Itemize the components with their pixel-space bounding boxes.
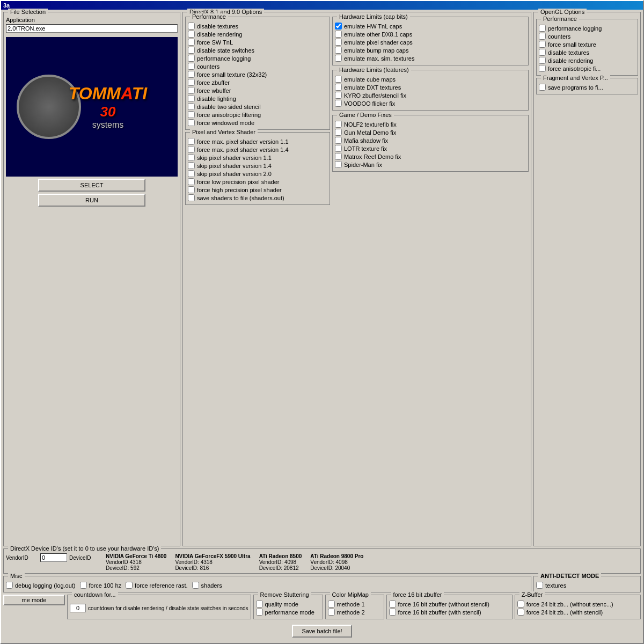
hw-feat-2-checkbox[interactable] [335,92,342,99]
main-content: File Selection Application TOMMATI 30 sy… [1,10,643,643]
perf-item-1-checkbox[interactable] [188,31,195,38]
perf-item-9-checkbox[interactable] [188,95,195,102]
perf-item-5-label: counters [197,63,219,70]
pixel-item-2-checkbox[interactable] [188,154,195,161]
pixel-item-3-checkbox[interactable] [188,162,195,169]
ogl-perf-0-checkbox[interactable] [539,25,546,32]
mipmap-1-label: methode 2 [337,609,365,616]
opengl-perf-items: performance loggingcountersforce small t… [539,25,635,72]
zbuf-l-1-label: force 16 bit zbuffer (with stencil) [398,609,481,616]
ogl-perf-3-label: disable textures [548,49,589,56]
ogl-perf-3-checkbox[interactable] [539,49,546,56]
stutter-1-checkbox[interactable] [256,609,263,616]
game-fix-5-checkbox[interactable] [335,161,342,168]
hw-cap-0-checkbox[interactable] [335,23,342,30]
perf-item-5-checkbox[interactable] [188,63,195,70]
main-window: 3a File Selection Application TOMMATI 30… [0,0,644,644]
ogl-perf-5-checkbox[interactable] [539,65,546,72]
ogl-perf-2-checkbox[interactable] [539,41,546,48]
color-mipmap-label: Color MipMap [330,591,371,598]
run-button[interactable]: RUN [38,194,145,207]
misc-1-checkbox[interactable] [80,582,87,589]
perf-item-8-label: force wbuffer [197,87,231,94]
game-fix-2-checkbox[interactable] [335,137,342,144]
hw-cap-2-checkbox[interactable] [335,39,342,46]
perf-item-0-row: disable textures [188,23,327,30]
perf-item-4-label: performance logging [197,55,251,62]
perf-item-7-checkbox[interactable] [188,79,195,86]
hw-feat-1-checkbox[interactable] [335,84,342,91]
game-fix-3-checkbox[interactable] [335,145,342,152]
mipmap-0-checkbox[interactable] [328,601,335,608]
stutter-0-checkbox[interactable] [256,601,263,608]
anti-0-checkbox[interactable] [536,582,543,589]
pixel-item-3-row: skip pixel shader version 1.4 [188,162,327,169]
color-mipmap-box: Color MipMap methode 1methode 2 [325,595,384,619]
perf-item-2-checkbox[interactable] [188,39,195,46]
zbuf-l-0-checkbox[interactable] [389,601,396,608]
hw-feat-0-row: emulate cube maps [335,76,526,83]
perf-item-11-checkbox[interactable] [188,111,195,118]
game-fix-1-checkbox[interactable] [335,129,342,136]
ogl-perf-1-checkbox[interactable] [539,33,546,40]
perf-item-10-checkbox[interactable] [188,103,195,110]
pixel-shader-items: force max. pixel shader version 1.1force… [188,138,327,201]
pixel-item-5-checkbox[interactable] [188,178,195,185]
save-button[interactable]: Save batch file! [292,625,352,638]
zbuf-l-1-checkbox[interactable] [389,609,396,616]
hw-cap-1-checkbox[interactable] [335,31,342,38]
game-mode-button[interactable]: me mode [3,595,65,605]
save-btn-row: Save batch file! [3,621,641,641]
pixel-item-1-checkbox[interactable] [188,146,195,153]
hw-features-label: Hardware Limits (features) [337,67,411,73]
fragment-label: Fragment and Vertex P... [541,75,610,81]
pixel-item-0-checkbox[interactable] [188,138,195,145]
perf-item-8-checkbox[interactable] [188,87,195,94]
app-input[interactable] [6,24,178,33]
countdown-input[interactable] [70,604,86,612]
misc-3-checkbox[interactable] [192,582,199,589]
perf-item-1-row: disable rendering [188,31,327,38]
hw-cap-3-checkbox[interactable] [335,47,342,54]
perf-item-3-checkbox[interactable] [188,47,195,54]
hw-cap-4-row: emulate max. sim. textures [335,55,526,62]
frag-0-checkbox[interactable] [539,84,546,91]
pixel-item-7-checkbox[interactable] [188,194,195,201]
hw-feat-3-checkbox[interactable] [335,100,342,107]
pixel-item-6-checkbox[interactable] [188,186,195,193]
perf-item-6-row: force small texture (32x32) [188,71,327,78]
misc-0-checkbox[interactable] [6,582,13,589]
hw-cap-4-checkbox[interactable] [335,55,342,62]
perf-item-6-checkbox[interactable] [188,71,195,78]
zbuf-1-checkbox[interactable] [517,609,524,616]
countdown-section-label: countdown for... [72,591,118,598]
zbuffer-items: force 24 bit zb... (without stenc...)for… [517,601,638,616]
game-fix-1-row: Gun Metal Demo fix [335,129,526,136]
perf-item-12-checkbox[interactable] [188,119,195,126]
perf-item-4-checkbox[interactable] [188,55,195,62]
stutter-items: quality modeperformance mode [256,601,320,616]
ogl-perf-1-label: counters [548,33,570,40]
game-fix-4-checkbox[interactable] [335,153,342,160]
misc-2-checkbox[interactable] [126,582,133,589]
game-fix-4-row: Matrox Reef Demo fix [335,153,526,160]
misc-section: Misc debug logging (log.out)force 100 hz… [3,576,531,592]
mipmap-1-checkbox[interactable] [328,609,335,616]
hw-feat-2-row: KYRO zbuffer/stencil fix [335,92,526,99]
game-fix-0-checkbox[interactable] [335,121,342,128]
performance-box: Performance disable texturesdisable rend… [185,17,330,130]
pixel-shader-label: Pixel and Vertex Shader [190,129,258,135]
vendor-id-input[interactable] [40,553,67,562]
perf-item-0-checkbox[interactable] [188,23,195,30]
file-section-label: File Selection [8,9,48,15]
device-item-1: NVIDIA GeForceFX 5900 UltraVendorID: 431… [175,553,250,571]
select-button[interactable]: SELECT [38,179,145,192]
pixel-item-0-row: force max. pixel shader version 1.1 [188,138,327,145]
opengl-inner: OpenGL Options Performance performance l… [533,12,641,546]
hw-feat-0-checkbox[interactable] [335,76,342,83]
pixel-item-4-checkbox[interactable] [188,170,195,177]
ogl-perf-4-checkbox[interactable] [539,57,546,64]
game-fix-3-row: LOTR texture fix [335,145,526,152]
zbuf-0-checkbox[interactable] [517,601,524,608]
bottom-controls: me mode countdown for... countdown for d… [3,595,641,619]
